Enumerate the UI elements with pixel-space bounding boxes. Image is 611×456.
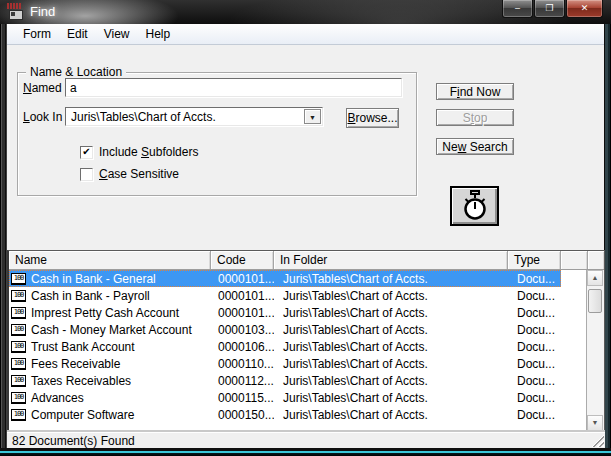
row-type: Docu...: [508, 357, 561, 371]
menu-edit[interactable]: Edit: [59, 25, 96, 43]
row-code: 0000101...: [211, 272, 274, 286]
row-code: 0000106...: [211, 340, 274, 354]
column-header-in-folder[interactable]: In Folder: [274, 251, 508, 269]
row-type: Docu...: [508, 272, 561, 286]
lookin-combobox[interactable]: Juris\Tables\Chart of Accts. ▼: [65, 107, 323, 126]
table-row[interactable]: 100 Computer Software 0000150... Juris\T…: [9, 406, 586, 423]
row-type: Docu...: [508, 289, 561, 303]
results-rows: 100 Cash in Bank - General 0000101... Ju…: [9, 270, 586, 431]
row-name: Trust Bank Account: [31, 340, 135, 354]
timer-button[interactable]: [450, 186, 499, 226]
row-code: 0000115...: [211, 391, 274, 405]
row-code: 0000101...: [211, 289, 274, 303]
row-name: Cash in Bank - General: [31, 272, 156, 286]
row-name: Computer Software: [31, 408, 134, 422]
scroll-down-button[interactable]: ▼: [587, 415, 603, 431]
account-ledger-icon: 100: [11, 324, 26, 336]
triangle-down-icon: ▼: [592, 419, 599, 426]
menu-form[interactable]: Form: [15, 25, 59, 43]
column-header-name[interactable]: Name: [9, 251, 211, 269]
row-code: 0000103...: [211, 323, 274, 337]
find-now-button[interactable]: Find Now: [436, 83, 514, 100]
table-row[interactable]: 100 Cash in Bank - Payroll 0000101... Ju…: [9, 287, 586, 304]
new-search-button[interactable]: New Search: [436, 138, 514, 155]
row-type: Docu...: [508, 391, 561, 405]
stopwatch-icon: [461, 190, 489, 222]
column-header-filler: [561, 251, 587, 269]
menu-help[interactable]: Help: [137, 25, 178, 43]
row-folder: Juris\Tables\Chart of Accts.: [274, 306, 508, 320]
row-folder: Juris\Tables\Chart of Accts.: [274, 391, 508, 405]
row-name: Fees Receivable: [31, 357, 120, 371]
client-area: Form Edit View Help Name & Location Name…: [6, 24, 604, 448]
table-row[interactable]: 100 Cash - Money Market Account 0000103.…: [9, 321, 586, 338]
checkbox-unchecked-icon[interactable]: [80, 168, 93, 181]
row-type: Docu...: [508, 323, 561, 337]
app-icon: [7, 3, 25, 20]
scroll-up-button[interactable]: ▲: [587, 270, 603, 286]
title-bar[interactable]: Find – ❐ ✕: [0, 0, 611, 24]
browse-button[interactable]: Browse...: [346, 108, 399, 128]
row-folder: Juris\Tables\Chart of Accts.: [274, 289, 508, 303]
account-ledger-icon: 100: [11, 358, 26, 370]
case-sensitive-checkbox[interactable]: Case Sensitive: [80, 167, 179, 181]
row-name: Advances: [31, 391, 84, 405]
row-folder: Juris\Tables\Chart of Accts.: [274, 340, 508, 354]
row-name: Cash - Money Market Account: [31, 323, 192, 337]
row-name: Taxes Receivables: [31, 374, 131, 388]
resize-grip[interactable]: [591, 434, 604, 447]
stop-button[interactable]: Stop: [436, 109, 514, 126]
account-ledger-icon: 100: [11, 290, 26, 302]
table-row[interactable]: 100 Trust Bank Account 0000106... Juris\…: [9, 338, 586, 355]
row-folder: Juris\Tables\Chart of Accts.: [274, 374, 508, 388]
case-sensitive-label: Case Sensitive: [99, 167, 179, 181]
chevron-down-icon: ▼: [309, 114, 316, 121]
status-bar: 82 Document(s) Found: [7, 432, 605, 448]
row-folder: Juris\Tables\Chart of Accts.: [274, 272, 508, 286]
lookin-label: Look In: [23, 110, 62, 124]
triangle-up-icon: ▲: [592, 274, 599, 281]
lookin-value: Juris\Tables\Chart of Accts.: [71, 110, 216, 124]
row-folder: Juris\Tables\Chart of Accts.: [274, 408, 508, 422]
menu-view[interactable]: View: [96, 25, 138, 43]
row-type: Docu...: [508, 306, 561, 320]
window-title: Find: [30, 4, 55, 19]
account-ledger-icon: 100: [11, 273, 26, 285]
window-frame-bottom: [0, 448, 611, 456]
row-type: Docu...: [508, 374, 561, 388]
vertical-scrollbar[interactable]: ▲ ▼: [586, 270, 604, 431]
find-window: Find – ❐ ✕ Form Edit View Help Name & Lo…: [0, 0, 611, 456]
row-type: Docu...: [508, 408, 561, 422]
account-ledger-icon: 100: [11, 341, 26, 353]
table-row[interactable]: 100 Taxes Receivables 0000112... Juris\T…: [9, 372, 586, 389]
include-subfolders-checkbox[interactable]: ✔ Include Subfolders: [80, 145, 198, 159]
column-header-code[interactable]: Code: [211, 251, 274, 269]
close-button[interactable]: ✕: [566, 0, 603, 18]
row-code: 0000150...: [211, 408, 274, 422]
named-input[interactable]: [65, 78, 402, 97]
table-row[interactable]: 100 Advances 0000115... Juris\Tables\Cha…: [9, 389, 586, 406]
row-code: 0000112...: [211, 374, 274, 388]
group-title: Name & Location: [26, 65, 126, 79]
include-subfolders-label: Include Subfolders: [99, 145, 198, 159]
row-type: Docu...: [508, 340, 561, 354]
scrollbar-thumb[interactable]: [588, 289, 602, 313]
row-name: Cash in Bank - Payroll: [31, 289, 150, 303]
row-code: 0000110...: [211, 357, 274, 371]
table-row[interactable]: 100 Fees Receivable 0000110... Juris\Tab…: [9, 355, 586, 372]
maximize-button[interactable]: ❐: [534, 0, 565, 18]
account-ledger-icon: 100: [11, 375, 26, 387]
results-header: Name Code In Folder Type: [9, 251, 604, 270]
table-row[interactable]: 100 Cash in Bank - General 0000101... Ju…: [9, 270, 586, 287]
close-icon: ✕: [581, 3, 589, 13]
checkbox-checked-icon[interactable]: ✔: [80, 146, 93, 159]
column-header-type[interactable]: Type: [508, 251, 561, 269]
account-ledger-icon: 100: [11, 307, 26, 319]
table-row[interactable]: 100 Imprest Petty Cash Account 0000101..…: [9, 304, 586, 321]
account-ledger-icon: 100: [11, 409, 26, 421]
column-header-scroll-pad: [587, 251, 604, 269]
named-label: Named: [23, 81, 62, 95]
lookin-dropdown-button[interactable]: ▼: [304, 109, 321, 124]
minimize-button[interactable]: –: [502, 0, 533, 18]
row-folder: Juris\Tables\Chart of Accts.: [274, 357, 508, 371]
